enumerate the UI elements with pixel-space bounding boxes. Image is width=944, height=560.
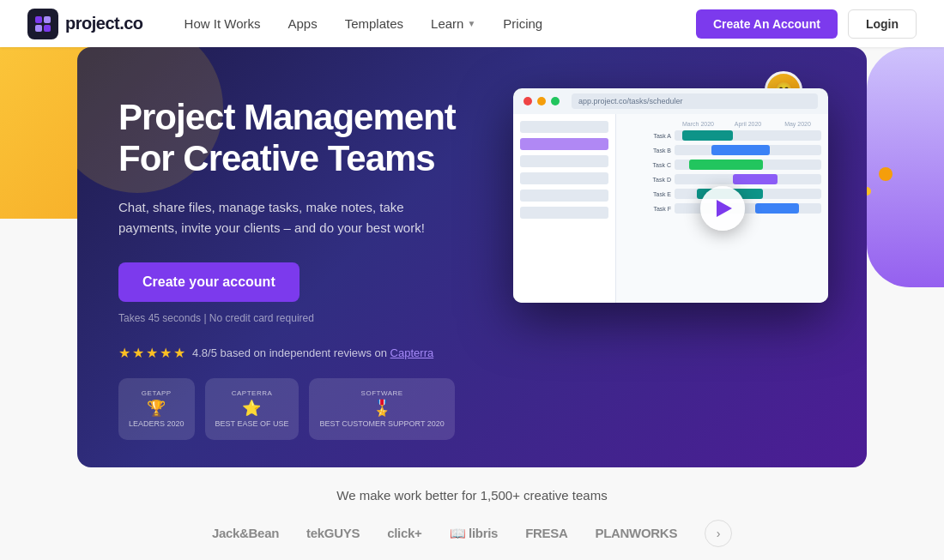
- create-account-button[interactable]: Create An Account: [696, 9, 838, 39]
- nav-apps[interactable]: Apps: [287, 16, 317, 31]
- svg-rect-1: [44, 16, 51, 23]
- hero-left-content: Project Management For Creative Teams Ch…: [118, 88, 479, 440]
- star-1: ★: [118, 345, 130, 361]
- sidebar-item-1: [520, 121, 608, 133]
- hero-section: Project Management For Creative Teams Ch…: [77, 47, 867, 467]
- sidebar-item-2: [520, 138, 608, 150]
- hero-cta-button[interactable]: Create your account: [118, 262, 300, 302]
- browser-url-bar: app.project.co/tasks/scheduler: [572, 93, 818, 109]
- nav-learn[interactable]: Learn ▼: [431, 16, 475, 31]
- nav-pricing[interactable]: Pricing: [503, 16, 542, 31]
- navbar-actions: Create An Account Login: [696, 9, 917, 39]
- trophy-icon: 🏆: [147, 399, 166, 418]
- star-rating: ★ ★ ★ ★ ★: [118, 345, 185, 361]
- hero-disclaimer: Takes 45 seconds | No credit card requir…: [118, 312, 479, 324]
- logo-fresa: FRESA: [525, 526, 567, 540]
- star-4: ★: [160, 345, 172, 361]
- capterra-badge-icon: ⭐: [242, 399, 261, 418]
- video-body: March 2020 April 2020 May 2020 Task A Ta…: [513, 114, 828, 303]
- hero-subtitle: Chat, share files, manage tasks, make no…: [118, 197, 445, 238]
- hero-badges: GETAPP 🏆 LEADERS 2020 CAPTERRA ⭐ BEST EA…: [118, 378, 479, 440]
- gantt-row-2: Task B: [623, 145, 821, 155]
- browser-header: app.project.co/tasks/scheduler: [513, 88, 828, 114]
- gantt-bar-3: [689, 160, 763, 170]
- logo-tekguys: tekGUYS: [306, 526, 360, 540]
- star-3: ★: [146, 345, 158, 361]
- hero-title: Project Management For Creative Teams: [118, 97, 479, 180]
- hero-rating: ★ ★ ★ ★ ★ 4.8/5 based on independent rev…: [118, 345, 479, 361]
- play-icon: [717, 200, 732, 217]
- nav-templates[interactable]: Templates: [345, 16, 403, 31]
- gantt-month-2: April 2020: [724, 121, 772, 127]
- bottom-section: We make work better for 1,500+ creative …: [0, 467, 944, 560]
- sidebar-item-3: [520, 155, 608, 167]
- login-button[interactable]: Login: [848, 9, 917, 39]
- gantt-bar-4: [733, 174, 777, 184]
- rating-score: 4.8/5 based on independent reviews on Ca…: [192, 346, 433, 359]
- window-close-dot: [523, 97, 532, 105]
- hero-right-content: 😊 app.project.co/tasks/scheduler: [513, 88, 828, 303]
- play-button[interactable]: [700, 186, 745, 231]
- gantt-month-1: March 2020: [675, 121, 722, 127]
- sidebar-item-4: [520, 172, 608, 184]
- nav-links: How It Works Apps Templates Learn ▼ Pric…: [185, 16, 696, 31]
- capterra-link[interactable]: Capterra: [390, 346, 434, 359]
- badge-getapp: GETAPP 🏆 LEADERS 2020: [118, 378, 195, 440]
- chevron-down-icon: ▼: [467, 19, 475, 28]
- logo-planworks: PLANWORKS: [595, 526, 677, 540]
- award-icon: 🎖️: [372, 399, 391, 418]
- logo-jackbean: Jack&Bean: [212, 526, 279, 540]
- nav-how-it-works[interactable]: How It Works: [185, 16, 261, 31]
- logo-click: click+: [387, 526, 421, 540]
- gantt-months-header: March 2020 April 2020 May 2020: [675, 121, 821, 127]
- brand-logos-row: Jack&Bean tekGUYS click+ 📖 libris FRESA …: [77, 520, 867, 547]
- orange-dot-decoration: [879, 167, 893, 181]
- navbar: project.co How It Works Apps Templates L…: [0, 0, 944, 47]
- gantt-row-3: Task C: [623, 160, 821, 170]
- logo-libris: 📖 libris: [450, 526, 499, 541]
- window-maximize-dot: [551, 97, 560, 105]
- logo-text: project.co: [65, 14, 143, 33]
- gantt-row-1: Task A: [623, 130, 821, 141]
- next-logos-button[interactable]: ›: [705, 520, 732, 547]
- window-minimize-dot: [537, 97, 546, 105]
- gantt-bar-6: [755, 203, 799, 214]
- badge-software: SOFTWARE 🎖️ BEST CUSTOMER SUPPORT 2020: [309, 378, 454, 440]
- gantt-bar-1: [682, 130, 734, 141]
- purple-bg-shape: [867, 47, 944, 287]
- sidebar-item-6: [520, 207, 608, 219]
- logo-link[interactable]: project.co: [27, 9, 143, 39]
- logo-icon: [27, 9, 58, 39]
- svg-rect-3: [44, 25, 51, 32]
- gantt-month-3: May 2020: [774, 121, 821, 127]
- star-2: ★: [132, 345, 144, 361]
- svg-rect-0: [35, 16, 42, 23]
- sidebar-item-5: [520, 190, 608, 202]
- bottom-tagline: We make work better for 1,500+ creative …: [77, 488, 867, 503]
- browser-url-text: app.project.co/tasks/scheduler: [578, 97, 683, 105]
- badge-capterra: CAPTERRA ⭐ BEST EASE OF USE: [205, 378, 300, 440]
- gantt-chart-area: March 2020 April 2020 May 2020 Task A Ta…: [616, 114, 828, 303]
- app-sidebar: [513, 114, 616, 303]
- gantt-row-4: Task D: [623, 174, 821, 184]
- video-preview: app.project.co/tasks/scheduler March 202…: [513, 88, 828, 303]
- gantt-bar-2: [711, 145, 770, 155]
- svg-rect-2: [35, 25, 42, 32]
- star-5: ★: [173, 345, 185, 361]
